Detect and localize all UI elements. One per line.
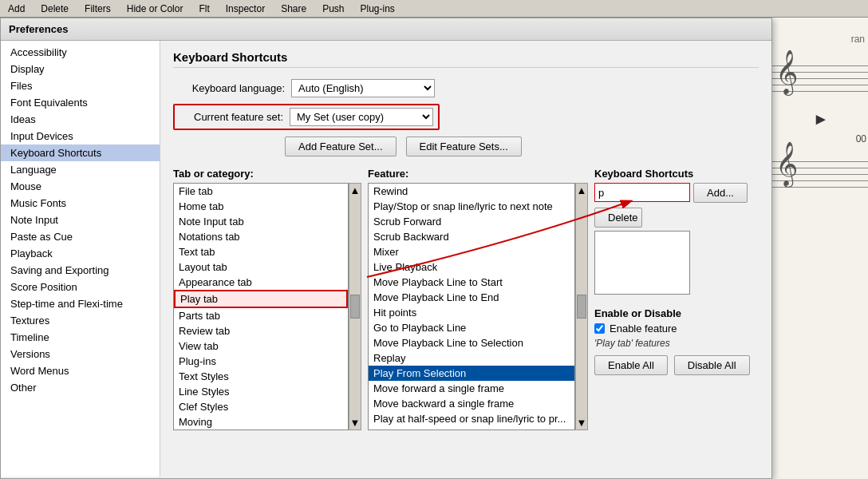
feature-list-item[interactable]: Loop — [369, 426, 574, 430]
tab-list-item[interactable]: Note Input tab — [174, 214, 348, 229]
shortcut-input-row: Add... — [594, 183, 754, 203]
sidebar-item-step-time[interactable]: Step-time and Flexi-time — [1, 295, 160, 312]
shortcut-list-box — [594, 231, 690, 295]
sidebar-item-ideas[interactable]: Ideas — [1, 111, 160, 128]
tab-list-item[interactable]: Parts tab — [174, 308, 348, 323]
sidebar-item-versions[interactable]: Versions — [1, 346, 160, 362]
tab-list-item[interactable]: Navigation — [174, 430, 348, 430]
sidebar-item-display[interactable]: Display — [1, 61, 160, 77]
tab-list-item[interactable]: Layout tab — [174, 259, 348, 275]
feature-section: Feature: RewindPlay/Stop or snap line/ly… — [368, 168, 588, 430]
feature-list-item[interactable]: Scrub Backward — [369, 229, 574, 244]
sidebar-item-word-menus[interactable]: Word Menus — [1, 362, 160, 379]
scroll-down-icon[interactable]: ▼ — [577, 417, 587, 429]
tab-list-item[interactable]: Line Styles — [174, 384, 348, 399]
feature-list-item[interactable]: Play at half-speed or snap line/lyric to… — [369, 411, 574, 426]
feature-list-item[interactable]: Rewind — [369, 184, 574, 199]
keyboard-language-select[interactable]: Auto (English) — [291, 79, 435, 97]
sidebar-item-playback[interactable]: Playback — [1, 245, 160, 262]
feature-list-item[interactable]: Replay — [369, 350, 574, 366]
sidebar-item-timeline[interactable]: Timeline — [1, 329, 160, 346]
toolbar-push[interactable]: Push — [318, 3, 349, 14]
feature-list-item[interactable]: Move Playback Line to End — [369, 290, 574, 305]
tab-category-section: Tab or category: File tabHome tabNote In… — [173, 168, 361, 430]
feature-list-item[interactable]: Live Playback — [369, 259, 574, 275]
main-content: Keyboard Shortcuts Keyboard language: Au… — [160, 41, 771, 477]
sidebar-item-input-devices[interactable]: Input Devices — [1, 128, 160, 144]
feature-set-select[interactable]: My Set (user copy) — [290, 108, 433, 126]
enable-feature-label: Enable feature — [610, 323, 677, 335]
tab-list-item[interactable]: File tab — [174, 184, 348, 199]
enable-feature-row: Enable feature — [594, 323, 754, 335]
sidebar-item-textures[interactable]: Textures — [1, 312, 160, 329]
toolbar-filters[interactable]: Filters — [80, 3, 116, 14]
scroll-thumb[interactable] — [577, 295, 586, 319]
feature-list-item[interactable]: Move Playback Line to Start — [369, 275, 574, 290]
add-edit-buttons-row: Add Feature Set... Edit Feature Sets... — [285, 137, 759, 156]
tab-category-list[interactable]: File tabHome tabNote Input tabNotations … — [173, 183, 349, 430]
shortcuts-panel: Keyboard Shortcuts Add... Delete Enable … — [594, 168, 754, 430]
add-feature-set-button[interactable]: Add Feature Set... — [285, 137, 397, 156]
tab-list-item[interactable]: Text tab — [174, 244, 348, 259]
tab-list-item[interactable]: Notations tab — [174, 229, 348, 244]
tab-list-item[interactable]: Appearance tab — [174, 275, 348, 290]
tab-list-item[interactable]: Text Styles — [174, 369, 348, 384]
feature-list-item[interactable]: Go to Playback Line — [369, 320, 574, 335]
feature-list[interactable]: RewindPlay/Stop or snap line/lyric to ne… — [368, 183, 575, 430]
toolbar-add[interactable]: Add — [3, 3, 30, 14]
feature-list-item[interactable]: Move Playback Line to Selection — [369, 335, 574, 350]
tab-list-item[interactable]: Play tab — [174, 290, 348, 308]
scroll-up-icon[interactable]: ▲ — [350, 184, 361, 196]
toolbar-delete[interactable]: Delete — [36, 3, 73, 14]
shortcut-input-field[interactable] — [594, 183, 690, 202]
sidebar-item-files[interactable]: Files — [1, 77, 160, 94]
tab-list-item[interactable]: Moving — [174, 414, 348, 430]
feature-header: Feature: — [368, 168, 588, 180]
feature-set-label: Current feature set: — [180, 111, 283, 123]
toolbar-plugins[interactable]: Plug-ins — [356, 3, 400, 14]
scroll-thumb[interactable] — [350, 295, 360, 319]
enable-disable-section: Enable or Disable Enable feature 'Play t… — [594, 307, 754, 375]
toolbar-flt[interactable]: Flt — [194, 3, 214, 14]
feature-list-item[interactable]: Move forward a single frame — [369, 381, 574, 396]
sidebar-item-mouse[interactable]: Mouse — [1, 178, 160, 195]
sidebar-item-saving-exporting[interactable]: Saving and Exporting — [1, 262, 160, 279]
sidebar-item-music-fonts[interactable]: Music Fonts — [1, 195, 160, 212]
shortcut-delete-button[interactable]: Delete — [594, 208, 642, 228]
sidebar-item-keyboard-shortcuts[interactable]: Keyboard Shortcuts — [1, 144, 160, 161]
enable-disable-title: Enable or Disable — [594, 307, 754, 319]
toolbar: Add Delete Filters Hide or Color Flt Ins… — [0, 0, 868, 18]
enable-all-button[interactable]: Enable All — [594, 355, 668, 375]
tab-list-item[interactable]: View tab — [174, 338, 348, 354]
sidebar-item-font-equivalents[interactable]: Font Equivalents — [1, 94, 160, 111]
enable-feature-checkbox[interactable] — [594, 323, 605, 334]
tab-list-item[interactable]: Home tab — [174, 199, 348, 214]
tab-list-item[interactable]: Plug-ins — [174, 354, 348, 369]
feature-list-item[interactable]: Play From Selection — [369, 366, 574, 381]
feature-list-item[interactable]: Move backward a single frame — [369, 396, 574, 411]
shortcut-add-button[interactable]: Add... — [693, 183, 748, 203]
feature-list-item[interactable]: Play/Stop or snap line/lyric to next not… — [369, 199, 574, 214]
sidebar-item-language[interactable]: Language — [1, 161, 160, 178]
sidebar-item-score-position[interactable]: Score Position — [1, 279, 160, 295]
tab-list-item[interactable]: Clef Styles — [174, 399, 348, 414]
tab-list-item[interactable]: Review tab — [174, 323, 348, 338]
toolbar-inspector[interactable]: Inspector — [221, 3, 270, 14]
sidebar-item-accessibility[interactable]: Accessibility — [1, 44, 160, 61]
feature-note: 'Play tab' features — [594, 338, 754, 349]
sidebar-item-note-input[interactable]: Note Input — [1, 212, 160, 228]
feature-list-item[interactable]: Scrub Forward — [369, 214, 574, 229]
sidebar-item-other[interactable]: Other — [1, 379, 160, 396]
feature-scrollbar[interactable]: ▲ ▼ — [575, 183, 588, 430]
tab-category-scrollbar[interactable]: ▲ ▼ — [349, 183, 361, 430]
scroll-up-icon[interactable]: ▲ — [577, 184, 587, 196]
disable-all-button[interactable]: Disable All — [674, 355, 750, 375]
scroll-down-icon[interactable]: ▼ — [350, 417, 361, 429]
toolbar-share[interactable]: Share — [276, 3, 311, 14]
edit-feature-sets-button[interactable]: Edit Feature Sets... — [406, 137, 522, 156]
toolbar-hide-color[interactable]: Hide or Color — [122, 3, 188, 14]
lists-area: Tab or category: File tabHome tabNote In… — [173, 168, 759, 430]
sidebar-item-paste-as-cue[interactable]: Paste as Cue — [1, 228, 160, 245]
feature-list-item[interactable]: Hit points — [369, 305, 574, 320]
feature-list-item[interactable]: Mixer — [369, 244, 574, 259]
